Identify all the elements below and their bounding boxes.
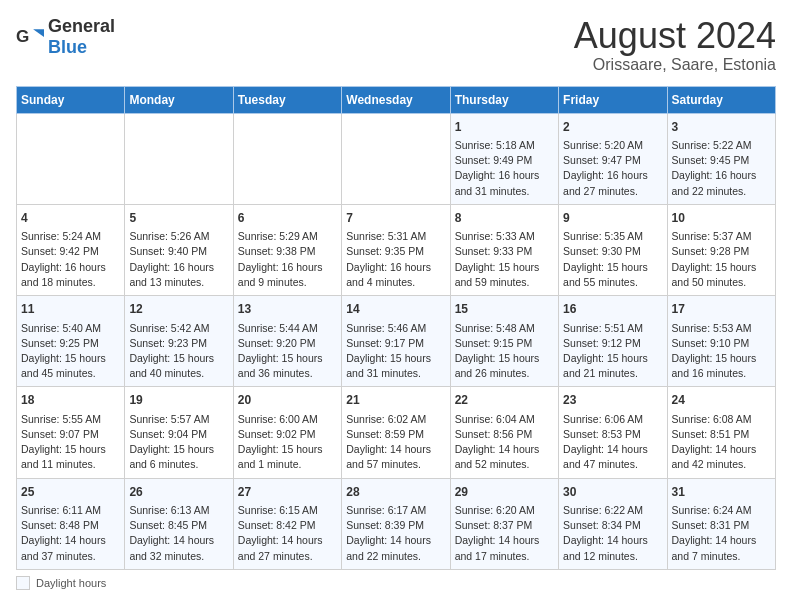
cell-text: Daylight: 14 hours and 52 minutes. [455, 442, 554, 472]
cell-text: Daylight: 14 hours and 37 minutes. [21, 533, 120, 563]
calendar-cell: 24Sunrise: 6:08 AMSunset: 8:51 PMDayligh… [667, 387, 775, 478]
cell-text: Daylight: 16 hours and 27 minutes. [563, 168, 662, 198]
cell-text: Daylight: 14 hours and 47 minutes. [563, 442, 662, 472]
cell-text: Sunset: 9:20 PM [238, 336, 337, 351]
calendar-cell: 16Sunrise: 5:51 AMSunset: 9:12 PMDayligh… [559, 296, 667, 387]
cell-text: Daylight: 14 hours and 57 minutes. [346, 442, 445, 472]
logo-general: General [48, 16, 115, 36]
cell-text: Sunrise: 5:18 AM [455, 138, 554, 153]
cell-text: Sunset: 8:42 PM [238, 518, 337, 533]
cell-text: Daylight: 15 hours and 21 minutes. [563, 351, 662, 381]
calendar-cell: 26Sunrise: 6:13 AMSunset: 8:45 PMDayligh… [125, 478, 233, 569]
cell-text: Sunset: 9:07 PM [21, 427, 120, 442]
cell-text: Sunrise: 6:11 AM [21, 503, 120, 518]
calendar-cell: 21Sunrise: 6:02 AMSunset: 8:59 PMDayligh… [342, 387, 450, 478]
week-row-3: 11Sunrise: 5:40 AMSunset: 9:25 PMDayligh… [17, 296, 776, 387]
calendar-cell: 30Sunrise: 6:22 AMSunset: 8:34 PMDayligh… [559, 478, 667, 569]
cell-text: Daylight: 15 hours and 40 minutes. [129, 351, 228, 381]
calendar-cell: 10Sunrise: 5:37 AMSunset: 9:28 PMDayligh… [667, 204, 775, 295]
cell-text: Daylight: 14 hours and 7 minutes. [672, 533, 771, 563]
col-header-wednesday: Wednesday [342, 86, 450, 113]
day-number: 29 [455, 484, 554, 501]
calendar-cell: 7Sunrise: 5:31 AMSunset: 9:35 PMDaylight… [342, 204, 450, 295]
calendar-cell: 29Sunrise: 6:20 AMSunset: 8:37 PMDayligh… [450, 478, 558, 569]
cell-text: Sunset: 8:59 PM [346, 427, 445, 442]
title-section: August 2024 Orissaare, Saare, Estonia [574, 16, 776, 74]
legend-label: Daylight hours [36, 577, 106, 589]
day-number: 31 [672, 484, 771, 501]
calendar-cell [17, 113, 125, 204]
cell-text: Daylight: 15 hours and 55 minutes. [563, 260, 662, 290]
cell-text: Sunrise: 6:24 AM [672, 503, 771, 518]
day-number: 21 [346, 392, 445, 409]
cell-text: Daylight: 14 hours and 17 minutes. [455, 533, 554, 563]
cell-text: Sunset: 9:35 PM [346, 244, 445, 259]
day-number: 12 [129, 301, 228, 318]
header-row: SundayMondayTuesdayWednesdayThursdayFrid… [17, 86, 776, 113]
day-number: 14 [346, 301, 445, 318]
calendar-table: SundayMondayTuesdayWednesdayThursdayFrid… [16, 86, 776, 570]
cell-text: Sunset: 8:48 PM [21, 518, 120, 533]
logo: G General Blue [16, 16, 115, 58]
col-header-sunday: Sunday [17, 86, 125, 113]
cell-text: Sunrise: 5:31 AM [346, 229, 445, 244]
day-number: 8 [455, 210, 554, 227]
cell-text: Sunrise: 6:08 AM [672, 412, 771, 427]
cell-text: Sunrise: 6:17 AM [346, 503, 445, 518]
day-number: 7 [346, 210, 445, 227]
week-row-1: 1Sunrise: 5:18 AMSunset: 9:49 PMDaylight… [17, 113, 776, 204]
cell-text: Sunset: 8:56 PM [455, 427, 554, 442]
calendar-cell: 12Sunrise: 5:42 AMSunset: 9:23 PMDayligh… [125, 296, 233, 387]
day-number: 28 [346, 484, 445, 501]
day-number: 15 [455, 301, 554, 318]
calendar-cell: 3Sunrise: 5:22 AMSunset: 9:45 PMDaylight… [667, 113, 775, 204]
cell-text: Daylight: 15 hours and 31 minutes. [346, 351, 445, 381]
cell-text: Daylight: 14 hours and 12 minutes. [563, 533, 662, 563]
cell-text: Daylight: 14 hours and 27 minutes. [238, 533, 337, 563]
cell-text: Sunset: 9:23 PM [129, 336, 228, 351]
calendar-cell: 15Sunrise: 5:48 AMSunset: 9:15 PMDayligh… [450, 296, 558, 387]
cell-text: Sunset: 9:45 PM [672, 153, 771, 168]
calendar-cell: 17Sunrise: 5:53 AMSunset: 9:10 PMDayligh… [667, 296, 775, 387]
cell-text: Daylight: 14 hours and 22 minutes. [346, 533, 445, 563]
cell-text: Daylight: 15 hours and 50 minutes. [672, 260, 771, 290]
page-subtitle: Orissaare, Saare, Estonia [574, 56, 776, 74]
day-number: 22 [455, 392, 554, 409]
cell-text: Sunrise: 6:15 AM [238, 503, 337, 518]
cell-text: Sunrise: 5:29 AM [238, 229, 337, 244]
svg-text:G: G [16, 27, 29, 46]
cell-text: Daylight: 16 hours and 4 minutes. [346, 260, 445, 290]
cell-text: Sunrise: 6:13 AM [129, 503, 228, 518]
cell-text: Sunrise: 5:51 AM [563, 321, 662, 336]
week-row-4: 18Sunrise: 5:55 AMSunset: 9:07 PMDayligh… [17, 387, 776, 478]
day-number: 3 [672, 119, 771, 136]
cell-text: Daylight: 15 hours and 1 minute. [238, 442, 337, 472]
cell-text: Daylight: 16 hours and 9 minutes. [238, 260, 337, 290]
day-number: 19 [129, 392, 228, 409]
day-number: 2 [563, 119, 662, 136]
calendar-cell: 25Sunrise: 6:11 AMSunset: 8:48 PMDayligh… [17, 478, 125, 569]
cell-text: Sunrise: 5:42 AM [129, 321, 228, 336]
cell-text: Sunrise: 5:37 AM [672, 229, 771, 244]
cell-text: Daylight: 16 hours and 31 minutes. [455, 168, 554, 198]
calendar-cell: 27Sunrise: 6:15 AMSunset: 8:42 PMDayligh… [233, 478, 341, 569]
col-header-saturday: Saturday [667, 86, 775, 113]
logo-blue: Blue [48, 37, 87, 57]
cell-text: Sunset: 8:34 PM [563, 518, 662, 533]
day-number: 18 [21, 392, 120, 409]
day-number: 23 [563, 392, 662, 409]
page-header: G General Blue August 2024 Orissaare, Sa… [16, 16, 776, 74]
cell-text: Sunrise: 6:06 AM [563, 412, 662, 427]
cell-text: Sunrise: 5:20 AM [563, 138, 662, 153]
day-number: 11 [21, 301, 120, 318]
legend-box [16, 576, 30, 590]
day-number: 30 [563, 484, 662, 501]
cell-text: Sunset: 8:39 PM [346, 518, 445, 533]
cell-text: Sunrise: 5:26 AM [129, 229, 228, 244]
cell-text: Sunset: 8:37 PM [455, 518, 554, 533]
cell-text: Sunset: 8:45 PM [129, 518, 228, 533]
calendar-cell [233, 113, 341, 204]
day-number: 1 [455, 119, 554, 136]
cell-text: Sunset: 8:53 PM [563, 427, 662, 442]
calendar-cell [342, 113, 450, 204]
